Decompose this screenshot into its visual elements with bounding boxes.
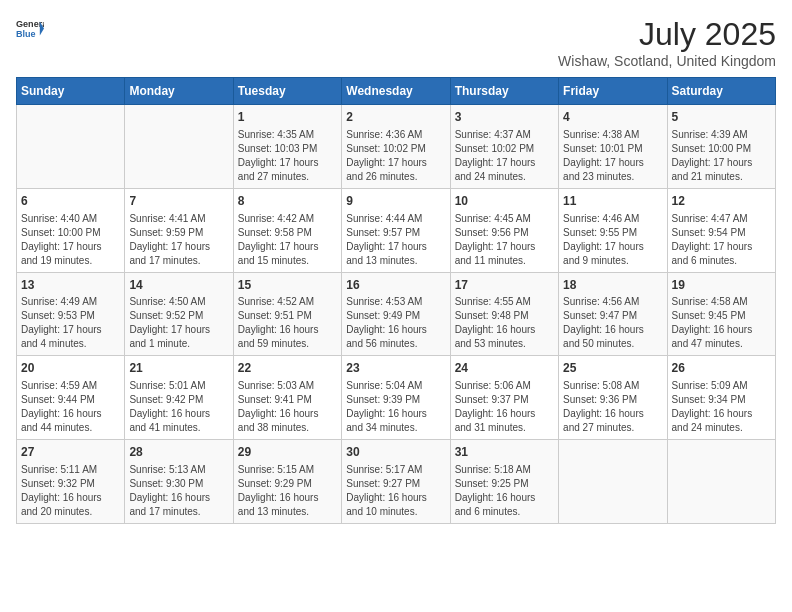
day-number: 1 <box>238 109 337 126</box>
day-detail: Sunrise: 4:41 AM Sunset: 9:59 PM Dayligh… <box>129 212 228 268</box>
day-number: 18 <box>563 277 662 294</box>
day-number: 9 <box>346 193 445 210</box>
day-number: 12 <box>672 193 771 210</box>
day-number: 4 <box>563 109 662 126</box>
day-detail: Sunrise: 5:13 AM Sunset: 9:30 PM Dayligh… <box>129 463 228 519</box>
day-number: 13 <box>21 277 120 294</box>
day-detail: Sunrise: 4:59 AM Sunset: 9:44 PM Dayligh… <box>21 379 120 435</box>
calendar-cell: 30Sunrise: 5:17 AM Sunset: 9:27 PM Dayli… <box>342 440 450 524</box>
calendar-cell: 8Sunrise: 4:42 AM Sunset: 9:58 PM Daylig… <box>233 188 341 272</box>
calendar-cell: 1Sunrise: 4:35 AM Sunset: 10:03 PM Dayli… <box>233 105 341 189</box>
day-detail: Sunrise: 5:17 AM Sunset: 9:27 PM Dayligh… <box>346 463 445 519</box>
calendar-cell <box>667 440 775 524</box>
calendar-cell: 6Sunrise: 4:40 AM Sunset: 10:00 PM Dayli… <box>17 188 125 272</box>
day-header-sunday: Sunday <box>17 78 125 105</box>
calendar-cell: 24Sunrise: 5:06 AM Sunset: 9:37 PM Dayli… <box>450 356 558 440</box>
day-number: 21 <box>129 360 228 377</box>
day-detail: Sunrise: 4:42 AM Sunset: 9:58 PM Dayligh… <box>238 212 337 268</box>
calendar-cell: 10Sunrise: 4:45 AM Sunset: 9:56 PM Dayli… <box>450 188 558 272</box>
day-number: 23 <box>346 360 445 377</box>
calendar-cell <box>17 105 125 189</box>
day-number: 10 <box>455 193 554 210</box>
day-number: 8 <box>238 193 337 210</box>
day-number: 19 <box>672 277 771 294</box>
day-number: 20 <box>21 360 120 377</box>
calendar-cell: 19Sunrise: 4:58 AM Sunset: 9:45 PM Dayli… <box>667 272 775 356</box>
day-detail: Sunrise: 5:15 AM Sunset: 9:29 PM Dayligh… <box>238 463 337 519</box>
day-number: 30 <box>346 444 445 461</box>
calendar-cell: 31Sunrise: 5:18 AM Sunset: 9:25 PM Dayli… <box>450 440 558 524</box>
calendar-week-1: 1Sunrise: 4:35 AM Sunset: 10:03 PM Dayli… <box>17 105 776 189</box>
calendar-cell: 2Sunrise: 4:36 AM Sunset: 10:02 PM Dayli… <box>342 105 450 189</box>
calendar-cell: 5Sunrise: 4:39 AM Sunset: 10:00 PM Dayli… <box>667 105 775 189</box>
day-detail: Sunrise: 5:06 AM Sunset: 9:37 PM Dayligh… <box>455 379 554 435</box>
day-header-wednesday: Wednesday <box>342 78 450 105</box>
calendar-week-4: 20Sunrise: 4:59 AM Sunset: 9:44 PM Dayli… <box>17 356 776 440</box>
calendar-cell: 13Sunrise: 4:49 AM Sunset: 9:53 PM Dayli… <box>17 272 125 356</box>
calendar-week-2: 6Sunrise: 4:40 AM Sunset: 10:00 PM Dayli… <box>17 188 776 272</box>
day-detail: Sunrise: 4:55 AM Sunset: 9:48 PM Dayligh… <box>455 295 554 351</box>
day-detail: Sunrise: 5:11 AM Sunset: 9:32 PM Dayligh… <box>21 463 120 519</box>
calendar-cell: 7Sunrise: 4:41 AM Sunset: 9:59 PM Daylig… <box>125 188 233 272</box>
day-detail: Sunrise: 4:49 AM Sunset: 9:53 PM Dayligh… <box>21 295 120 351</box>
svg-text:Blue: Blue <box>16 29 36 39</box>
logo: General Blue <box>16 16 44 44</box>
calendar-cell: 18Sunrise: 4:56 AM Sunset: 9:47 PM Dayli… <box>559 272 667 356</box>
day-detail: Sunrise: 5:08 AM Sunset: 9:36 PM Dayligh… <box>563 379 662 435</box>
calendar-cell: 20Sunrise: 4:59 AM Sunset: 9:44 PM Dayli… <box>17 356 125 440</box>
day-number: 26 <box>672 360 771 377</box>
day-detail: Sunrise: 4:52 AM Sunset: 9:51 PM Dayligh… <box>238 295 337 351</box>
calendar-cell: 16Sunrise: 4:53 AM Sunset: 9:49 PM Dayli… <box>342 272 450 356</box>
day-detail: Sunrise: 4:39 AM Sunset: 10:00 PM Daylig… <box>672 128 771 184</box>
day-detail: Sunrise: 5:09 AM Sunset: 9:34 PM Dayligh… <box>672 379 771 435</box>
day-header-saturday: Saturday <box>667 78 775 105</box>
calendar-cell: 3Sunrise: 4:37 AM Sunset: 10:02 PM Dayli… <box>450 105 558 189</box>
day-detail: Sunrise: 5:18 AM Sunset: 9:25 PM Dayligh… <box>455 463 554 519</box>
day-detail: Sunrise: 4:53 AM Sunset: 9:49 PM Dayligh… <box>346 295 445 351</box>
day-detail: Sunrise: 5:04 AM Sunset: 9:39 PM Dayligh… <box>346 379 445 435</box>
day-number: 24 <box>455 360 554 377</box>
day-detail: Sunrise: 5:01 AM Sunset: 9:42 PM Dayligh… <box>129 379 228 435</box>
day-number: 29 <box>238 444 337 461</box>
day-detail: Sunrise: 4:50 AM Sunset: 9:52 PM Dayligh… <box>129 295 228 351</box>
calendar-cell: 26Sunrise: 5:09 AM Sunset: 9:34 PM Dayli… <box>667 356 775 440</box>
calendar-cell: 15Sunrise: 4:52 AM Sunset: 9:51 PM Dayli… <box>233 272 341 356</box>
subtitle: Wishaw, Scotland, United Kingdom <box>558 53 776 69</box>
day-detail: Sunrise: 4:44 AM Sunset: 9:57 PM Dayligh… <box>346 212 445 268</box>
calendar-cell: 17Sunrise: 4:55 AM Sunset: 9:48 PM Dayli… <box>450 272 558 356</box>
calendar-cell: 14Sunrise: 4:50 AM Sunset: 9:52 PM Dayli… <box>125 272 233 356</box>
calendar-cell: 25Sunrise: 5:08 AM Sunset: 9:36 PM Dayli… <box>559 356 667 440</box>
logo-icon: General Blue <box>16 16 44 44</box>
calendar-cell: 22Sunrise: 5:03 AM Sunset: 9:41 PM Dayli… <box>233 356 341 440</box>
day-number: 3 <box>455 109 554 126</box>
day-number: 27 <box>21 444 120 461</box>
day-number: 11 <box>563 193 662 210</box>
day-header-friday: Friday <box>559 78 667 105</box>
calendar-cell: 23Sunrise: 5:04 AM Sunset: 9:39 PM Dayli… <box>342 356 450 440</box>
day-number: 22 <box>238 360 337 377</box>
day-detail: Sunrise: 4:38 AM Sunset: 10:01 PM Daylig… <box>563 128 662 184</box>
day-detail: Sunrise: 4:46 AM Sunset: 9:55 PM Dayligh… <box>563 212 662 268</box>
calendar-cell: 12Sunrise: 4:47 AM Sunset: 9:54 PM Dayli… <box>667 188 775 272</box>
calendar-cell <box>559 440 667 524</box>
day-number: 16 <box>346 277 445 294</box>
day-detail: Sunrise: 5:03 AM Sunset: 9:41 PM Dayligh… <box>238 379 337 435</box>
day-detail: Sunrise: 4:36 AM Sunset: 10:02 PM Daylig… <box>346 128 445 184</box>
calendar-cell: 9Sunrise: 4:44 AM Sunset: 9:57 PM Daylig… <box>342 188 450 272</box>
day-detail: Sunrise: 4:47 AM Sunset: 9:54 PM Dayligh… <box>672 212 771 268</box>
day-number: 25 <box>563 360 662 377</box>
calendar-cell: 28Sunrise: 5:13 AM Sunset: 9:30 PM Dayli… <box>125 440 233 524</box>
day-detail: Sunrise: 4:56 AM Sunset: 9:47 PM Dayligh… <box>563 295 662 351</box>
page-header: General Blue July 2025 Wishaw, Scotland,… <box>16 16 776 69</box>
day-number: 5 <box>672 109 771 126</box>
day-header-thursday: Thursday <box>450 78 558 105</box>
day-number: 14 <box>129 277 228 294</box>
day-header-tuesday: Tuesday <box>233 78 341 105</box>
day-number: 31 <box>455 444 554 461</box>
day-number: 17 <box>455 277 554 294</box>
day-detail: Sunrise: 4:40 AM Sunset: 10:00 PM Daylig… <box>21 212 120 268</box>
day-number: 15 <box>238 277 337 294</box>
calendar-cell <box>125 105 233 189</box>
day-detail: Sunrise: 4:45 AM Sunset: 9:56 PM Dayligh… <box>455 212 554 268</box>
calendar-header-row: SundayMondayTuesdayWednesdayThursdayFrid… <box>17 78 776 105</box>
